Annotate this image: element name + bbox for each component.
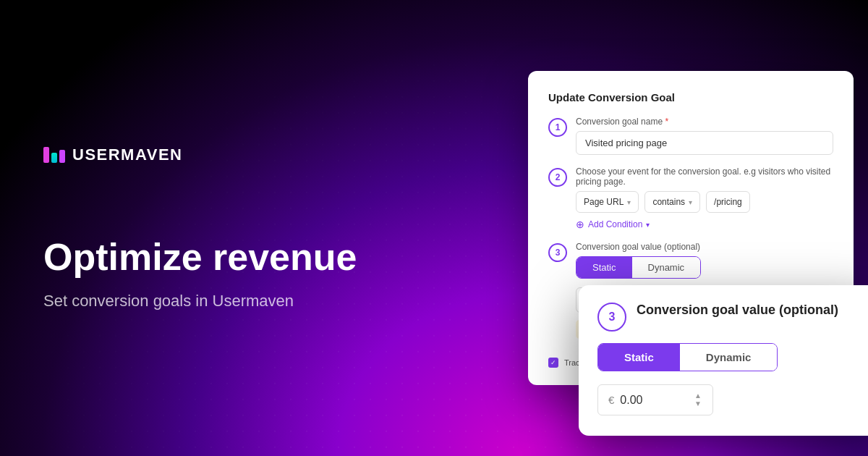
front-card-header: 3 Conversion goal value (optional) [597,303,864,332]
step-1-content: Conversion goal name * [576,117,833,155]
card-back-title: Update Conversion Goal [548,91,833,104]
step-1-label: Conversion goal name * [576,117,833,127]
dynamic-toggle-button[interactable]: Dynamic [632,257,701,278]
logo-bar-2 [51,153,57,163]
front-stepper: ▲ ▼ [694,392,702,408]
logo-text: USERMAVEN [72,145,182,164]
front-currency-symbol: € [608,394,614,406]
logo-icon [43,147,65,163]
left-panel: USERMAVEN Optimize revenue Set conversio… [0,145,420,310]
front-currency-input: € 0.00 ▲ ▼ [597,384,713,415]
step-2-row: 2 Choose your event for the conversion g… [548,166,833,230]
goal-name-input[interactable] [576,131,833,155]
step-3-label: Conversion goal value (optional) [576,242,833,252]
subheadline: Set conversion goals in Usermaven [43,292,376,311]
operator-select-chevron: ▾ [689,198,692,206]
add-condition-button[interactable]: ⊕ Add Condition ▾ [576,219,833,230]
operator-select[interactable]: contains ▾ [644,191,700,213]
track-checkbox[interactable]: ✓ [548,358,558,368]
step-1-row: 1 Conversion goal name * [548,117,833,155]
logo-bar-3 [59,150,65,163]
field-select[interactable]: Page URL ▾ [576,191,639,213]
front-stepper-down[interactable]: ▼ [694,400,702,408]
front-step-circle: 3 [597,303,626,332]
value-select[interactable]: /pricing [706,191,750,213]
logo-bar-1 [43,147,49,163]
field-select-chevron: ▾ [627,198,631,206]
condition-row: Page URL ▾ contains ▾ /pricing [576,191,833,213]
right-panel: Update Conversion Goal 1 Conversion goal… [420,0,868,456]
step-1-circle: 1 [548,118,567,137]
main-content: USERMAVEN Optimize revenue Set conversio… [0,0,868,456]
value-type-toggle: Static Dynamic [576,256,701,279]
front-card: 3 Conversion goal value (optional) Stati… [579,285,868,436]
step-2-content: Choose your event for the conversion goa… [576,166,833,230]
front-value-type-toggle: Static Dynamic [597,343,778,371]
front-dynamic-button[interactable]: Dynamic [680,344,778,371]
logo: USERMAVEN [43,145,376,164]
front-card-title: Conversion goal value (optional) [637,303,838,318]
step-2-circle: 2 [548,168,567,187]
static-toggle-button[interactable]: Static [576,257,632,278]
front-currency-value: 0.00 [620,394,685,407]
step-3-circle: 3 [548,243,567,262]
step-2-label: Choose your event for the conversion goa… [576,166,833,187]
add-condition-chevron: ▾ [646,221,650,229]
front-static-button[interactable]: Static [598,344,680,371]
front-stepper-up[interactable]: ▲ [694,392,702,400]
headline: Optimize revenue [43,237,376,278]
